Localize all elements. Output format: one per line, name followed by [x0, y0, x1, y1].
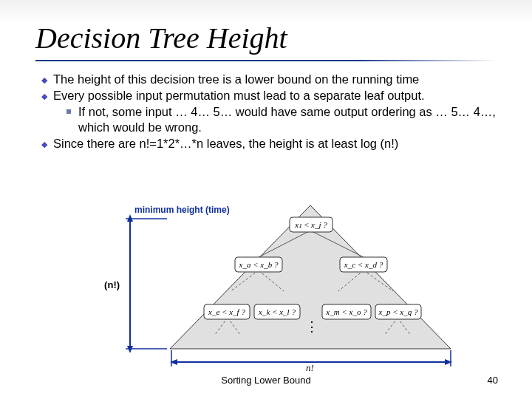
height-formula: log (n!) — [103, 279, 120, 290]
slide-title: Decision Tree Height — [35, 21, 497, 55]
diamond-icon: ◆ — [41, 139, 47, 149]
svg-text:x_m < x_o ?: x_m < x_o ? — [325, 307, 367, 316]
svg-text:x_k < x_l ?: x_k < x_l ? — [258, 307, 296, 316]
svg-text:x_e < x_f ?: x_e < x_f ? — [208, 307, 245, 316]
svg-text:x_a < x_b ?: x_a < x_b ? — [239, 260, 279, 269]
decision-tree-svg: minimum height (time) log (n!) n! x₁ < x… — [103, 201, 458, 371]
tree-node: x_c < x_d ? — [340, 257, 387, 272]
diamond-icon: ◆ — [41, 91, 47, 101]
decision-tree-figure: minimum height (time) log (n!) n! x₁ < x… — [103, 201, 458, 371]
min-height-label: minimum height (time) — [134, 205, 230, 215]
bullet-item: ◆ Since there are n!=1*2*…*n leaves, the… — [41, 136, 497, 151]
svg-text:x₁ < x_j ?: x₁ < x_j ? — [294, 220, 327, 229]
svg-text:x_c < x_d ?: x_c < x_d ? — [344, 260, 383, 269]
footer-center: Sorting Lower Bound — [0, 375, 532, 386]
tree-node: x_m < x_o ? — [322, 304, 371, 319]
bullet-text: If not, some input … 4… 5… would have sa… — [78, 104, 497, 135]
title-underline — [35, 60, 497, 61]
tree-node: x_p < x_q ? — [375, 304, 421, 319]
bullet-list: ◆ The height of this decision tree is a … — [41, 72, 497, 152]
tree-node-root: x₁ < x_j ? — [290, 217, 332, 232]
svg-marker-3 — [127, 346, 133, 353]
bullet-text: Every possible input permutation must le… — [53, 88, 497, 103]
bullet-item: ◆ Every possible input permutation must … — [41, 88, 497, 103]
svg-marker-2 — [127, 214, 133, 222]
bullet-text: The height of this decision tree is a lo… — [53, 72, 497, 87]
top-shadow — [0, 0, 532, 24]
tree-node: x_k < x_l ? — [254, 304, 300, 319]
page-number: 40 — [488, 375, 498, 386]
width-formula: n! — [306, 362, 314, 371]
square-icon — [66, 109, 71, 114]
svg-text:x_p < x_q ?: x_p < x_q ? — [378, 307, 418, 316]
bullet-text: Since there are n!=1*2*…*n leaves, the h… — [53, 136, 497, 151]
diamond-icon: ◆ — [41, 75, 47, 85]
svg-text:⋮: ⋮ — [305, 319, 318, 334]
bullet-item: ◆ The height of this decision tree is a … — [41, 72, 497, 87]
tree-node: x_e < x_f ? — [204, 304, 250, 319]
sub-bullet-item: If not, some input … 4… 5… would have sa… — [66, 104, 497, 135]
tree-node: x_a < x_b ? — [235, 257, 282, 272]
